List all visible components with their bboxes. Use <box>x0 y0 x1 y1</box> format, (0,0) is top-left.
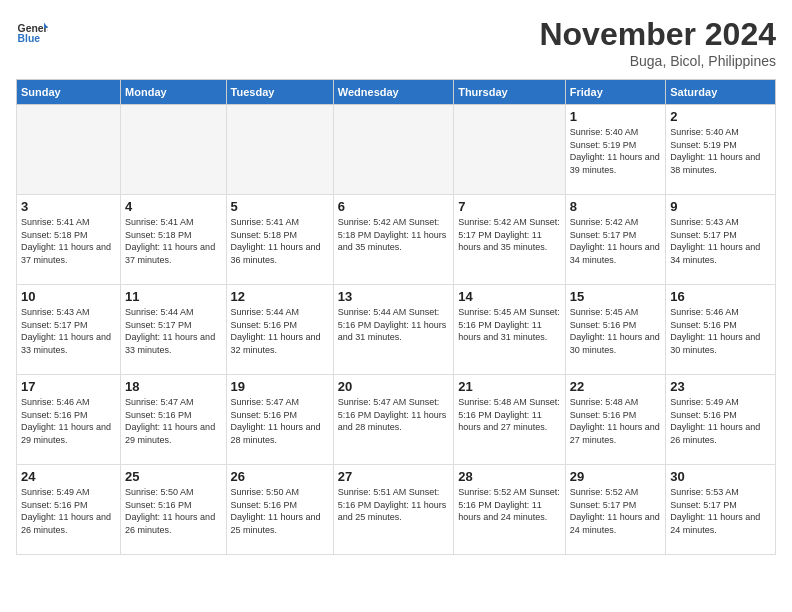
calendar-header-row: SundayMondayTuesdayWednesdayThursdayFrid… <box>17 80 776 105</box>
calendar-body: 1Sunrise: 5:40 AM Sunset: 5:19 PM Daylig… <box>17 105 776 555</box>
calendar-cell: 14Sunrise: 5:45 AM Sunset: 5:16 PM Dayli… <box>454 285 566 375</box>
day-number: 22 <box>570 379 661 394</box>
day-number: 24 <box>21 469 116 484</box>
day-info: Sunrise: 5:46 AM Sunset: 5:16 PM Dayligh… <box>21 396 116 446</box>
day-number: 1 <box>570 109 661 124</box>
page-header: General Blue November 2024 Buga, Bicol, … <box>16 16 776 69</box>
day-number: 6 <box>338 199 449 214</box>
calendar-day-header: Monday <box>121 80 226 105</box>
day-number: 11 <box>125 289 221 304</box>
calendar-cell: 10Sunrise: 5:43 AM Sunset: 5:17 PM Dayli… <box>17 285 121 375</box>
calendar-cell <box>226 105 333 195</box>
calendar-cell: 8Sunrise: 5:42 AM Sunset: 5:17 PM Daylig… <box>565 195 665 285</box>
calendar-cell: 28Sunrise: 5:52 AM Sunset: 5:16 PM Dayli… <box>454 465 566 555</box>
svg-text:Blue: Blue <box>18 33 41 44</box>
day-number: 15 <box>570 289 661 304</box>
calendar-cell: 11Sunrise: 5:44 AM Sunset: 5:17 PM Dayli… <box>121 285 226 375</box>
day-number: 12 <box>231 289 329 304</box>
calendar-cell: 18Sunrise: 5:47 AM Sunset: 5:16 PM Dayli… <box>121 375 226 465</box>
calendar-cell: 13Sunrise: 5:44 AM Sunset: 5:16 PM Dayli… <box>333 285 453 375</box>
calendar-week-row: 1Sunrise: 5:40 AM Sunset: 5:19 PM Daylig… <box>17 105 776 195</box>
calendar-cell: 7Sunrise: 5:42 AM Sunset: 5:17 PM Daylig… <box>454 195 566 285</box>
day-info: Sunrise: 5:48 AM Sunset: 5:16 PM Dayligh… <box>570 396 661 446</box>
calendar-cell: 16Sunrise: 5:46 AM Sunset: 5:16 PM Dayli… <box>666 285 776 375</box>
day-number: 18 <box>125 379 221 394</box>
day-info: Sunrise: 5:44 AM Sunset: 5:16 PM Dayligh… <box>338 306 449 344</box>
day-info: Sunrise: 5:44 AM Sunset: 5:16 PM Dayligh… <box>231 306 329 356</box>
day-info: Sunrise: 5:43 AM Sunset: 5:17 PM Dayligh… <box>21 306 116 356</box>
calendar-day-header: Wednesday <box>333 80 453 105</box>
calendar-week-row: 17Sunrise: 5:46 AM Sunset: 5:16 PM Dayli… <box>17 375 776 465</box>
calendar-week-row: 24Sunrise: 5:49 AM Sunset: 5:16 PM Dayli… <box>17 465 776 555</box>
day-number: 16 <box>670 289 771 304</box>
day-number: 29 <box>570 469 661 484</box>
day-info: Sunrise: 5:50 AM Sunset: 5:16 PM Dayligh… <box>231 486 329 536</box>
logo: General Blue <box>16 16 48 48</box>
day-info: Sunrise: 5:44 AM Sunset: 5:17 PM Dayligh… <box>125 306 221 356</box>
day-number: 14 <box>458 289 561 304</box>
day-number: 27 <box>338 469 449 484</box>
day-number: 7 <box>458 199 561 214</box>
calendar-cell: 9Sunrise: 5:43 AM Sunset: 5:17 PM Daylig… <box>666 195 776 285</box>
day-number: 21 <box>458 379 561 394</box>
location-subtitle: Buga, Bicol, Philippines <box>539 53 776 69</box>
day-number: 26 <box>231 469 329 484</box>
calendar-cell <box>17 105 121 195</box>
day-info: Sunrise: 5:53 AM Sunset: 5:17 PM Dayligh… <box>670 486 771 536</box>
calendar-cell: 30Sunrise: 5:53 AM Sunset: 5:17 PM Dayli… <box>666 465 776 555</box>
calendar-cell: 1Sunrise: 5:40 AM Sunset: 5:19 PM Daylig… <box>565 105 665 195</box>
day-number: 13 <box>338 289 449 304</box>
calendar-cell: 20Sunrise: 5:47 AM Sunset: 5:16 PM Dayli… <box>333 375 453 465</box>
day-number: 25 <box>125 469 221 484</box>
day-info: Sunrise: 5:42 AM Sunset: 5:18 PM Dayligh… <box>338 216 449 254</box>
calendar-day-header: Saturday <box>666 80 776 105</box>
calendar-cell <box>121 105 226 195</box>
calendar-cell: 26Sunrise: 5:50 AM Sunset: 5:16 PM Dayli… <box>226 465 333 555</box>
calendar-week-row: 3Sunrise: 5:41 AM Sunset: 5:18 PM Daylig… <box>17 195 776 285</box>
day-number: 9 <box>670 199 771 214</box>
day-info: Sunrise: 5:52 AM Sunset: 5:16 PM Dayligh… <box>458 486 561 524</box>
calendar-week-row: 10Sunrise: 5:43 AM Sunset: 5:17 PM Dayli… <box>17 285 776 375</box>
day-number: 10 <box>21 289 116 304</box>
day-number: 4 <box>125 199 221 214</box>
day-number: 20 <box>338 379 449 394</box>
calendar-cell: 2Sunrise: 5:40 AM Sunset: 5:19 PM Daylig… <box>666 105 776 195</box>
day-number: 23 <box>670 379 771 394</box>
month-title: November 2024 <box>539 16 776 53</box>
day-info: Sunrise: 5:45 AM Sunset: 5:16 PM Dayligh… <box>458 306 561 344</box>
day-info: Sunrise: 5:41 AM Sunset: 5:18 PM Dayligh… <box>21 216 116 266</box>
day-info: Sunrise: 5:52 AM Sunset: 5:17 PM Dayligh… <box>570 486 661 536</box>
calendar-cell <box>454 105 566 195</box>
calendar-cell: 29Sunrise: 5:52 AM Sunset: 5:17 PM Dayli… <box>565 465 665 555</box>
calendar-cell: 27Sunrise: 5:51 AM Sunset: 5:16 PM Dayli… <box>333 465 453 555</box>
day-info: Sunrise: 5:46 AM Sunset: 5:16 PM Dayligh… <box>670 306 771 356</box>
calendar-day-header: Thursday <box>454 80 566 105</box>
calendar-day-header: Friday <box>565 80 665 105</box>
calendar-table: SundayMondayTuesdayWednesdayThursdayFrid… <box>16 79 776 555</box>
day-info: Sunrise: 5:40 AM Sunset: 5:19 PM Dayligh… <box>570 126 661 176</box>
calendar-cell: 4Sunrise: 5:41 AM Sunset: 5:18 PM Daylig… <box>121 195 226 285</box>
calendar-cell: 12Sunrise: 5:44 AM Sunset: 5:16 PM Dayli… <box>226 285 333 375</box>
day-info: Sunrise: 5:40 AM Sunset: 5:19 PM Dayligh… <box>670 126 771 176</box>
calendar-cell: 25Sunrise: 5:50 AM Sunset: 5:16 PM Dayli… <box>121 465 226 555</box>
day-info: Sunrise: 5:49 AM Sunset: 5:16 PM Dayligh… <box>21 486 116 536</box>
calendar-cell: 5Sunrise: 5:41 AM Sunset: 5:18 PM Daylig… <box>226 195 333 285</box>
day-info: Sunrise: 5:47 AM Sunset: 5:16 PM Dayligh… <box>125 396 221 446</box>
day-info: Sunrise: 5:47 AM Sunset: 5:16 PM Dayligh… <box>338 396 449 434</box>
calendar-cell: 22Sunrise: 5:48 AM Sunset: 5:16 PM Dayli… <box>565 375 665 465</box>
day-info: Sunrise: 5:48 AM Sunset: 5:16 PM Dayligh… <box>458 396 561 434</box>
title-block: November 2024 Buga, Bicol, Philippines <box>539 16 776 69</box>
svg-text:General: General <box>18 23 48 34</box>
day-number: 19 <box>231 379 329 394</box>
calendar-cell: 17Sunrise: 5:46 AM Sunset: 5:16 PM Dayli… <box>17 375 121 465</box>
day-number: 2 <box>670 109 771 124</box>
day-number: 3 <box>21 199 116 214</box>
day-number: 5 <box>231 199 329 214</box>
calendar-cell <box>333 105 453 195</box>
calendar-cell: 3Sunrise: 5:41 AM Sunset: 5:18 PM Daylig… <box>17 195 121 285</box>
day-info: Sunrise: 5:45 AM Sunset: 5:16 PM Dayligh… <box>570 306 661 356</box>
calendar-day-header: Sunday <box>17 80 121 105</box>
day-info: Sunrise: 5:42 AM Sunset: 5:17 PM Dayligh… <box>570 216 661 266</box>
day-info: Sunrise: 5:51 AM Sunset: 5:16 PM Dayligh… <box>338 486 449 524</box>
day-number: 17 <box>21 379 116 394</box>
